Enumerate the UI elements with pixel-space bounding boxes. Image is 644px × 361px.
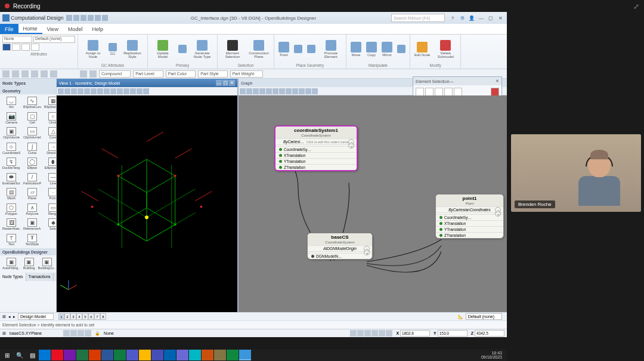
esel-mode-icon[interactable]: [425, 88, 434, 96]
node-type-item[interactable]: ▱Plane: [22, 187, 42, 202]
view-min-icon[interactable]: —: [216, 80, 222, 86]
primary-small-button[interactable]: [177, 36, 188, 63]
node-type-item[interactable]: ▣ReferenceA…: [22, 217, 42, 232]
view-num-button[interactable]: 5: [82, 313, 88, 320]
acs-icon[interactable]: ⊞: [2, 331, 6, 336]
node-type-item[interactable]: ∧PolyLine: [22, 202, 42, 217]
cb-icon[interactable]: [379, 330, 385, 337]
taskbar-app-icon[interactable]: [126, 350, 138, 360]
node-type-item[interactable]: △Cone: [43, 126, 56, 141]
cb-icon[interactable]: [78, 330, 84, 337]
node-type-item[interactable]: →Direction: [43, 141, 56, 156]
cb-icon[interactable]: [85, 330, 91, 337]
style-select[interactable]: [31, 44, 39, 51]
node-type-item[interactable]: 𝐓TextStyle: [22, 233, 42, 248]
vtool-icon[interactable]: [137, 88, 143, 94]
node-type-item[interactable]: ▣AutoFitting…: [1, 257, 21, 271]
delete-submodel-button[interactable]: Delete Submodel: [433, 36, 458, 63]
qat-icon[interactable]: [102, 15, 108, 21]
sec-icon[interactable]: [80, 70, 87, 78]
sec-icon[interactable]: [21, 70, 29, 78]
point-button[interactable]: Point: [277, 36, 291, 63]
replication-style-button[interactable]: Replication Style: [120, 36, 145, 63]
view-num-button[interactable]: 3: [70, 313, 76, 320]
promote-element-button[interactable]: Promote Element: [318, 36, 343, 63]
gtool-icon[interactable]: [292, 88, 298, 94]
view-num-button[interactable]: 7: [94, 313, 100, 320]
sec-icon[interactable]: [41, 70, 48, 78]
assign-to-node-button[interactable]: Assign to Node: [80, 36, 106, 63]
node-type-item[interactable]: ⊹CoordinateS…: [1, 141, 21, 156]
minimize-button[interactable]: —: [477, 14, 485, 21]
gtool-icon[interactable]: [253, 88, 259, 94]
node-type-item[interactable]: ▦BSplineSurf…: [43, 95, 56, 110]
update-model-button[interactable]: Update Model: [150, 36, 175, 63]
gtool-icon[interactable]: [312, 88, 318, 94]
vtool-icon[interactable]: [84, 88, 90, 94]
coord-y-input[interactable]: [438, 330, 467, 337]
default-select[interactable]: Default (none): [466, 313, 502, 320]
chevron-down-icon[interactable]: ⌄: [348, 143, 354, 149]
node-type-item[interactable]: ▢Cell: [22, 111, 42, 126]
vtool-icon[interactable]: [71, 88, 77, 94]
tab-transactions[interactable]: Transactions: [26, 273, 54, 281]
vtool-icon[interactable]: [78, 88, 83, 94]
help-icon[interactable]: ?: [448, 14, 457, 21]
element-selection-button[interactable]: Element Selection: [220, 36, 245, 63]
graph-canvas[interactable]: coordinateSystem1CoordinateSystem ByCart…: [239, 95, 507, 312]
taskbar-app-icon[interactable]: [214, 350, 226, 360]
view3d-canvas[interactable]: [57, 95, 237, 312]
gc-button[interactable]: GC: [107, 36, 119, 63]
taskbar-app-icon[interactable]: [39, 350, 51, 360]
obd-section[interactable]: OpenBuildings Designer: [0, 248, 56, 255]
node-type-item[interactable]: ○Circle: [43, 111, 56, 126]
vtool-icon[interactable]: [143, 88, 149, 94]
part-style-select[interactable]: Part Style: [198, 70, 227, 78]
taskbar-app-icon[interactable]: [64, 350, 76, 360]
vtool-icon[interactable]: [104, 88, 110, 94]
qat-icon[interactable]: [80, 15, 86, 21]
gtool-icon[interactable]: [246, 88, 252, 94]
construction-plane-button[interactable]: Construction Plane: [246, 36, 271, 63]
node-type-item[interactable]: ▣BuildingCo…: [37, 257, 56, 271]
node-type-item[interactable]: ▣ClipVolume: [1, 126, 21, 141]
part-level-select[interactable]: Part Level: [133, 70, 163, 78]
sec-icon[interactable]: [89, 70, 97, 78]
taskbar-app-icon[interactable]: [189, 350, 201, 360]
esel-mode-icon[interactable]: [416, 88, 424, 96]
node-type-item[interactable]: /FabricationP…: [22, 172, 42, 187]
acs-select[interactable]: baseCS.XYPlane: [10, 331, 60, 335]
node-type-item[interactable]: ▭ClipVolumeC…: [22, 126, 42, 141]
generate-node-type-button[interactable]: Generate Node Type: [190, 36, 215, 63]
taskbar-app-icon[interactable]: [101, 350, 113, 360]
taskbar-app-icon[interactable]: [76, 350, 88, 360]
esel-mode-icon[interactable]: [454, 88, 462, 96]
vtool-icon[interactable]: [97, 88, 103, 94]
taskbar-app-icon[interactable]: [114, 350, 126, 360]
sec-icon[interactable]: [12, 70, 19, 78]
sb-icon[interactable]: 📐: [458, 314, 463, 319]
gtool-icon[interactable]: [279, 88, 285, 94]
gtool-icon[interactable]: [266, 88, 272, 94]
view-num-button[interactable]: 1: [58, 313, 64, 320]
node-type-item[interactable]: ▣Building: [22, 257, 36, 271]
node-type-item[interactable]: ◯Ellipse: [22, 156, 42, 171]
settings-icon[interactable]: ⚙: [458, 14, 466, 21]
tab-view[interactable]: View: [42, 24, 63, 34]
maximize-button[interactable]: ▢: [487, 14, 495, 21]
lock-icon[interactable]: 🔒: [95, 331, 100, 336]
gtool-icon[interactable]: [299, 88, 305, 94]
node-type-item[interactable]: ⬠Polygon: [1, 202, 21, 217]
model-nav-icon[interactable]: ▸: [13, 314, 16, 319]
mirror-button[interactable]: Mirror: [380, 36, 394, 63]
coord-x-input[interactable]: [400, 330, 430, 337]
taskbar-app-icon[interactable]: [177, 350, 188, 360]
node-type-item[interactable]: ◡Arc: [1, 95, 21, 110]
node-type-item[interactable]: —Line: [43, 172, 56, 187]
part-weight-select[interactable]: Part Weight: [230, 70, 263, 78]
cb-icon[interactable]: [386, 330, 392, 337]
taskbar-app-icon[interactable]: [89, 350, 101, 360]
panel-minimize-icon[interactable]: —: [449, 79, 453, 84]
task-view-icon[interactable]: ▤: [26, 350, 38, 360]
level-select[interactable]: None: [2, 36, 32, 43]
